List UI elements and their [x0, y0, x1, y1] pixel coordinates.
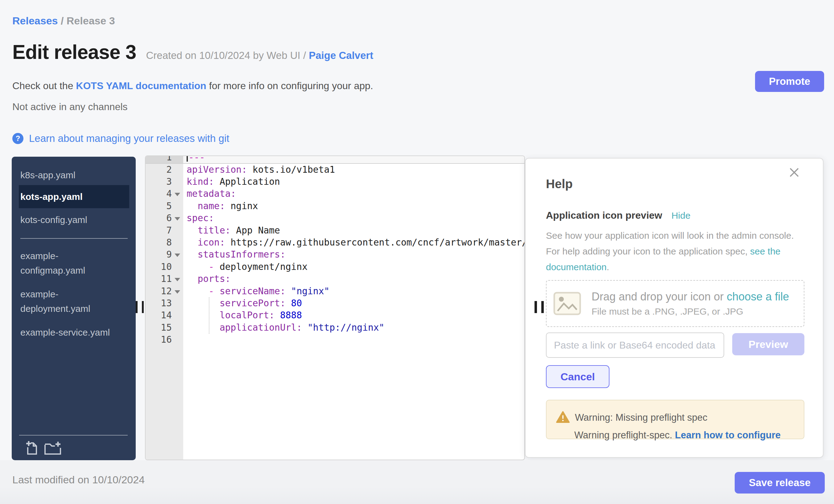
promote-button[interactable]: Promote — [755, 71, 824, 92]
learn-configure-link[interactable]: Learn how to configure — [675, 430, 781, 440]
indent-guide — [209, 297, 210, 334]
sidebar-file-k8s-app.yaml[interactable]: k8s-app.yaml — [20, 168, 128, 182]
code-line-15[interactable]: 15 applicationUrl: "http://nginx" — [146, 322, 524, 334]
edit-release-page: Releases / Release 3 Edit release 3 Crea… — [0, 0, 834, 504]
help-resize-handle[interactable] — [534, 301, 544, 313]
docs-hint: Check out the KOTS YAML documentation fo… — [12, 80, 373, 92]
sidebar-file-example-configmap.yaml[interactable]: example-configmap.yaml — [20, 248, 114, 278]
dropzone-filetypes: File must be a .PNG, .JPEG, or .JPG — [592, 306, 789, 317]
code-line-9[interactable]: 9 statusInformers: — [146, 248, 524, 261]
icon-preview-heading: Application icon preview — [546, 210, 662, 221]
close-icon[interactable] — [789, 167, 799, 178]
yaml-editor[interactable]: 1---2apiVersion: kots.io/v1beta13kind: A… — [145, 155, 525, 460]
code-line-10[interactable]: 10 - deployment/nginx — [146, 261, 524, 273]
help-panel: Help Application icon preview Hide See h… — [525, 158, 824, 458]
preview-button[interactable]: Preview — [732, 333, 805, 355]
fold-arrow-icon[interactable] — [175, 254, 180, 257]
icon-preview-description: See how your application icon will look … — [546, 228, 794, 275]
warning-icon — [556, 411, 570, 423]
breadcrumb-releases-link[interactable]: Releases — [12, 15, 58, 26]
sidebar-file-example-service.yaml[interactable]: example-service.yaml — [20, 325, 114, 339]
code-line-7[interactable]: 7 title: App Name — [146, 224, 524, 237]
git-releases-link[interactable]: Learn about managing your releases with … — [29, 133, 229, 144]
code-line-8[interactable]: 8 icon: https://raw.githubusercontent.co… — [146, 237, 524, 248]
sidebar-file-kots-app.yaml[interactable]: kots-app.yaml — [19, 185, 129, 208]
hide-link[interactable]: Hide — [672, 210, 690, 221]
last-modified: Last modified on 10/10/2024 — [12, 474, 145, 486]
code-line-14[interactable]: 14 localPort: 8888 — [146, 309, 524, 322]
fold-arrow-icon[interactable] — [175, 217, 180, 221]
fold-arrow-icon[interactable] — [175, 290, 180, 294]
choose-file-link[interactable]: choose a file — [727, 290, 789, 303]
page-title: Edit release 3 — [12, 41, 136, 64]
new-file-icon[interactable] — [25, 440, 38, 455]
question-circle-icon: ? — [12, 133, 23, 144]
warning-title: Warning: Missing preflight spec — [575, 412, 707, 423]
breadcrumb-current: Release 3 — [67, 15, 115, 26]
dropzone-text: Drag and drop your icon or choose a file — [592, 290, 789, 303]
breadcrumb: Releases / Release 3 — [12, 15, 115, 27]
author-link[interactable]: Paige Calvert — [309, 50, 373, 61]
code-line-11[interactable]: 11 ports: — [146, 273, 524, 285]
code-line-12[interactable]: 12 - serviceName: "nginx" — [146, 285, 524, 297]
image-placeholder-icon — [553, 292, 581, 315]
git-help-line: ? Learn about managing your releases wit… — [12, 133, 229, 144]
code-line-13[interactable]: 13 servicePort: 80 — [146, 297, 524, 309]
sidebar-actions — [19, 435, 128, 460]
preflight-warning: Warning: Missing preflight spec Warning … — [546, 400, 805, 439]
help-title: Help — [546, 177, 573, 191]
sidebar-divider — [20, 238, 128, 239]
created-line: Created on 10/10/2024 by Web UI / Paige … — [146, 50, 374, 61]
code-line-6[interactable]: 6spec: — [146, 212, 524, 224]
code-line-2[interactable]: 2apiVersion: kots.io/v1beta1 — [146, 164, 524, 176]
save-release-button[interactable]: Save release — [735, 472, 825, 494]
cancel-button[interactable]: Cancel — [546, 365, 610, 388]
file-sidebar: k8s-app.yamlkots-app.yamlkots-config.yam… — [12, 157, 136, 460]
code-line-1[interactable]: 1--- — [146, 155, 524, 164]
warning-detail: Warning preflight-spec. Learn how to con… — [574, 430, 781, 441]
code-line-4[interactable]: 4metadata: — [146, 188, 524, 200]
icon-dropzone[interactable]: Drag and drop your icon or choose a file… — [546, 280, 805, 327]
kots-yaml-docs-link[interactable]: KOTS YAML documentation — [76, 80, 206, 91]
channel-status: Not active in any channels — [12, 101, 128, 113]
sidebar-file-example-deployment.yaml[interactable]: example-deployment.yaml — [20, 287, 114, 316]
sidebar-file-kots-config.yaml[interactable]: kots-config.yaml — [20, 213, 128, 227]
code-line-5[interactable]: 5 name: nginx — [146, 200, 524, 212]
fold-arrow-icon[interactable] — [175, 278, 180, 281]
icon-url-input[interactable] — [546, 332, 724, 358]
text-cursor — [186, 155, 188, 162]
breadcrumb-separator: / — [58, 15, 66, 26]
new-folder-icon[interactable] — [44, 440, 62, 455]
fold-arrow-icon[interactable] — [175, 193, 180, 196]
sidebar-resize-handle[interactable] — [136, 301, 144, 313]
code-line-16[interactable]: 16 — [146, 334, 524, 346]
code-line-3[interactable]: 3kind: Application — [146, 176, 524, 188]
